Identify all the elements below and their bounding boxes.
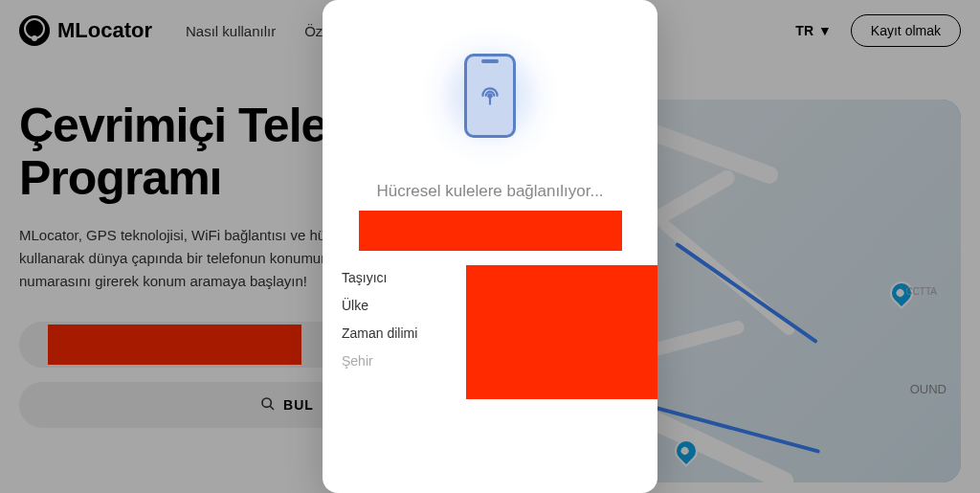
field-carrier-label: Taşıyıcı xyxy=(342,270,466,285)
field-country-label: Ülke xyxy=(342,298,466,313)
modal-status-text: Hücresel kulelere bağlanılıyor... xyxy=(376,182,603,201)
connection-modal: Hücresel kulelere bağlanılıyor... Taşıyı… xyxy=(323,0,657,493)
antenna-icon xyxy=(478,83,502,108)
redacted-field-values xyxy=(466,265,657,399)
field-timezone-label: Zaman dilimi xyxy=(342,325,466,341)
redacted-status-value xyxy=(359,211,622,251)
phone-graphic xyxy=(418,24,562,168)
phone-icon xyxy=(464,54,516,138)
field-city-label: Şehir xyxy=(342,353,466,369)
